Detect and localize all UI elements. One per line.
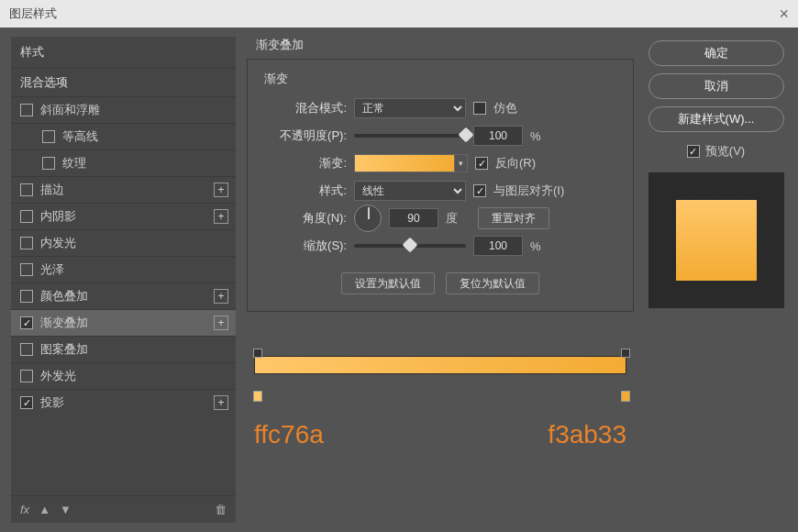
ok-button[interactable]: 确定 bbox=[648, 40, 784, 66]
opacity-slider[interactable] bbox=[354, 134, 466, 138]
style-checkbox[interactable] bbox=[20, 290, 33, 303]
cancel-button[interactable]: 取消 bbox=[648, 73, 784, 99]
style-row-9[interactable]: 图案叠加 bbox=[11, 336, 236, 362]
scale-slider[interactable] bbox=[354, 244, 466, 248]
add-icon[interactable]: + bbox=[214, 183, 228, 197]
opacity-stop-left[interactable] bbox=[253, 349, 262, 358]
color-annotations: ffc76a f3ab33 bbox=[247, 420, 634, 449]
style-row-1[interactable]: 等高线 bbox=[11, 123, 236, 150]
style-label: 图案叠加 bbox=[40, 341, 88, 358]
align-checkbox[interactable] bbox=[473, 184, 486, 197]
style-checkbox[interactable] bbox=[20, 370, 33, 382]
reset-align-button[interactable]: 重置对齐 bbox=[478, 207, 549, 229]
gradient-subtitle: 渐变 bbox=[264, 71, 616, 87]
styles-footer: fx ▲ ▼ 🗑 bbox=[11, 495, 236, 523]
add-icon[interactable]: + bbox=[214, 209, 228, 224]
style-row-11[interactable]: 投影+ bbox=[11, 389, 236, 416]
trash-icon[interactable]: 🗑 bbox=[215, 503, 227, 516]
style-row-8[interactable]: 渐变叠加+ bbox=[11, 309, 236, 336]
style-label: 斜面和浮雕 bbox=[40, 102, 100, 118]
style-checkbox[interactable] bbox=[20, 104, 33, 116]
style-label: 内发光 bbox=[40, 235, 76, 251]
action-panel: 确定 取消 新建样式(W)... 预览(V) bbox=[645, 37, 787, 523]
close-icon[interactable]: × bbox=[779, 5, 789, 24]
gradient-bar[interactable] bbox=[254, 356, 626, 374]
style-label: 渐变叠加 bbox=[40, 315, 88, 331]
reset-default-button[interactable]: 复位为默认值 bbox=[446, 272, 539, 294]
degree-label: 度 bbox=[446, 210, 458, 227]
percent-label-2: % bbox=[530, 239, 541, 253]
color-stop-right[interactable] bbox=[621, 391, 630, 402]
preview-label: 预览(V) bbox=[705, 143, 745, 160]
set-default-button[interactable]: 设置为默认值 bbox=[341, 272, 435, 294]
style-row-7[interactable]: 颜色叠加+ bbox=[11, 283, 236, 309]
style-label: 光泽 bbox=[40, 261, 64, 278]
style-checkbox[interactable] bbox=[20, 263, 33, 276]
title-bar: 图层样式 × bbox=[0, 0, 798, 28]
style-checkbox[interactable] bbox=[20, 316, 33, 329]
angle-label: 角度(N): bbox=[264, 210, 347, 227]
style-row-5[interactable]: 内发光 bbox=[11, 229, 236, 256]
gradient-label: 渐变: bbox=[264, 155, 347, 172]
dither-label: 仿色 bbox=[493, 100, 517, 116]
styles-header: 样式 bbox=[11, 37, 236, 68]
style-label: 内阴影 bbox=[40, 208, 76, 225]
opacity-label: 不透明度(P): bbox=[264, 127, 347, 144]
add-icon[interactable]: + bbox=[214, 289, 228, 304]
style-checkbox[interactable] bbox=[20, 343, 33, 356]
opacity-input[interactable] bbox=[473, 126, 523, 146]
style-row-2[interactable]: 纹理 bbox=[11, 150, 236, 176]
window-title: 图层样式 bbox=[9, 6, 57, 22]
style-checkbox[interactable] bbox=[42, 157, 55, 170]
preview-checkbox[interactable] bbox=[687, 145, 700, 158]
section-title: 渐变叠加 bbox=[256, 37, 634, 53]
opacity-stop-right[interactable] bbox=[621, 349, 630, 358]
style-checkbox[interactable] bbox=[42, 130, 55, 143]
preview-swatch bbox=[676, 200, 757, 281]
scale-label: 缩放(S): bbox=[264, 238, 347, 254]
style-label: 颜色叠加 bbox=[40, 288, 88, 305]
styles-panel: 样式 混合选项 斜面和浮雕等高线纹理描边+内阴影+内发光光泽颜色叠加+渐变叠加+… bbox=[11, 37, 236, 523]
style-checkbox[interactable] bbox=[20, 183, 33, 196]
style-row-10[interactable]: 外发光 bbox=[11, 362, 236, 389]
add-icon[interactable]: + bbox=[214, 395, 228, 410]
gradient-swatch[interactable] bbox=[354, 154, 455, 172]
style-row-6[interactable]: 光泽 bbox=[11, 256, 236, 283]
add-icon[interactable]: + bbox=[214, 316, 228, 330]
blend-mode-label: 混合模式: bbox=[264, 100, 347, 116]
style-select[interactable]: 线性 bbox=[354, 181, 466, 201]
style-checkbox[interactable] bbox=[20, 210, 33, 223]
style-label: 等高线 bbox=[62, 128, 98, 145]
blending-options[interactable]: 混合选项 bbox=[11, 68, 236, 96]
reverse-label: 反向(R) bbox=[495, 155, 536, 172]
style-label: 投影 bbox=[40, 394, 64, 411]
style-row-0[interactable]: 斜面和浮雕 bbox=[11, 96, 236, 123]
style-row-3[interactable]: 描边+ bbox=[11, 176, 236, 203]
dither-checkbox[interactable] bbox=[473, 102, 486, 115]
percent-label: % bbox=[530, 129, 541, 143]
reverse-checkbox[interactable] bbox=[475, 157, 488, 170]
color-code-left: ffc76a bbox=[254, 420, 324, 449]
options-panel: 渐变叠加 渐变 混合模式: 正常 仿色 不透明度(P): % 渐变: bbox=[247, 37, 634, 523]
arrow-up-icon[interactable]: ▲ bbox=[39, 503, 50, 516]
blend-mode-select[interactable]: 正常 bbox=[354, 98, 466, 118]
gradient-dropdown-icon[interactable]: ▾ bbox=[455, 154, 468, 172]
new-style-button[interactable]: 新建样式(W)... bbox=[648, 106, 784, 132]
style-label: 外发光 bbox=[40, 368, 76, 384]
style-label: 描边 bbox=[40, 182, 64, 198]
gradient-editor[interactable] bbox=[247, 356, 634, 393]
style-checkbox[interactable] bbox=[20, 237, 33, 249]
scale-input[interactable] bbox=[473, 236, 523, 256]
color-code-right: f3ab33 bbox=[548, 420, 626, 449]
align-label: 与图层对齐(I) bbox=[493, 183, 564, 199]
style-checkbox[interactable] bbox=[20, 396, 33, 409]
arrow-down-icon[interactable]: ▼ bbox=[60, 503, 72, 516]
style-row-4[interactable]: 内阴影+ bbox=[11, 203, 236, 229]
fx-icon[interactable]: fx bbox=[20, 503, 29, 516]
color-stop-left[interactable] bbox=[253, 391, 262, 402]
angle-dial[interactable] bbox=[354, 205, 382, 232]
style-label: 样式: bbox=[264, 183, 347, 199]
style-label: 纹理 bbox=[62, 155, 86, 172]
preview-box bbox=[648, 172, 784, 308]
angle-input[interactable] bbox=[389, 208, 438, 228]
